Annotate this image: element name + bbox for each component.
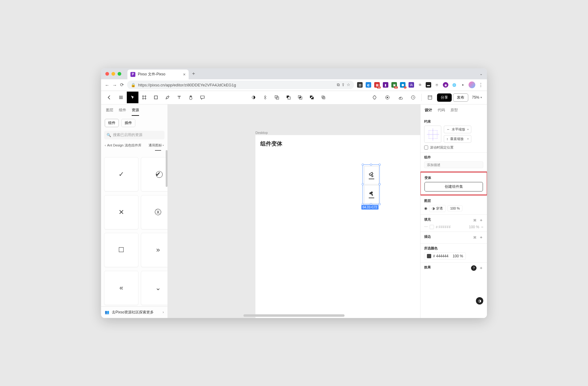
blend-mode-select[interactable]: ◑ 穿透 xyxy=(429,205,446,212)
back-button[interactable]: ← xyxy=(105,82,109,88)
extension-icon[interactable]: ▥ xyxy=(357,82,363,88)
asset-item-chevron-down[interactable]: ⌄ xyxy=(141,271,168,305)
extensions-menu-icon[interactable]: ✦ xyxy=(460,82,466,88)
play-icon[interactable] xyxy=(382,92,393,103)
subtab-plugins[interactable]: 插件 xyxy=(121,119,135,127)
maximize-window-button[interactable] xyxy=(118,72,121,76)
asset-item-check-circle[interactable]: ✔︎⃝ xyxy=(141,157,168,191)
plugins-icon[interactable] xyxy=(369,92,380,103)
extension-icon[interactable]: ◐ xyxy=(366,82,371,88)
visibility-icon[interactable]: ◉ xyxy=(424,206,427,210)
asset-item[interactable] xyxy=(104,150,138,154)
canvas[interactable]: Desktop 组件变体 xyxy=(168,104,420,318)
remove-fill-button[interactable]: − xyxy=(481,225,483,229)
tab-code[interactable]: 代码 xyxy=(438,108,445,114)
comment-tool[interactable] xyxy=(197,92,208,103)
asset-item-check[interactable]: ✓ xyxy=(104,157,138,191)
tab-layers[interactable]: 图层 xyxy=(106,108,113,116)
profile-avatar[interactable] xyxy=(469,81,475,88)
publish-button[interactable]: 发布 xyxy=(453,93,468,102)
minimize-window-button[interactable] xyxy=(111,72,115,76)
constraints-widget[interactable] xyxy=(424,126,441,143)
h-constraint-select[interactable]: ↔ 水平缩放 xyxy=(444,126,471,133)
add-effect-button[interactable]: ＋ xyxy=(479,265,483,271)
share-url-icon[interactable]: ⇪ xyxy=(341,82,345,87)
tab-components[interactable]: 组件 xyxy=(119,108,126,116)
library-name[interactable]: Ant Design 浅色组件库 xyxy=(107,143,147,148)
share-button[interactable]: 分享 xyxy=(437,93,452,102)
stroke-styles-icon[interactable]: ⌘ xyxy=(473,236,477,240)
forward-button[interactable]: → xyxy=(112,82,117,88)
fill-hex[interactable]: # FFFFFF xyxy=(436,225,467,229)
chevron-left-icon[interactable]: ‹ xyxy=(105,143,106,147)
tab-assets[interactable]: 资源 xyxy=(132,108,139,116)
mask-icon[interactable] xyxy=(248,92,259,103)
intersect-icon[interactable] xyxy=(294,92,306,103)
extension-icon[interactable]: ▣95 xyxy=(391,82,397,88)
help-icon[interactable]: ? xyxy=(471,265,477,271)
browser-tab[interactable]: P Pixso 文件-Pixso × xyxy=(127,70,189,79)
close-tab-button[interactable]: × xyxy=(183,72,186,77)
move-tool[interactable] xyxy=(127,92,138,103)
reload-button[interactable]: ⟳ xyxy=(120,82,124,88)
asset-item[interactable] xyxy=(141,150,168,154)
frame-tool[interactable] xyxy=(138,92,150,103)
asset-item-close-circle[interactable]: ⓧ xyxy=(141,195,168,229)
pen-tool[interactable] xyxy=(162,92,173,103)
subtab-components[interactable]: 组件 xyxy=(105,119,119,127)
selected-color-chip[interactable]: # 444444 100 % xyxy=(424,252,466,260)
asset-scrollbar[interactable] xyxy=(166,150,168,187)
layer-opacity-input[interactable]: 100 % xyxy=(447,205,462,211)
extension-icon[interactable]: ▮ xyxy=(383,82,388,88)
community-link[interactable]: 👥 去Pixso资源社区探索更多 › xyxy=(101,306,168,318)
chrome-icon[interactable]: 🌐 xyxy=(451,82,457,88)
extension-icon[interactable]: ⬢0 xyxy=(400,82,405,88)
new-tab-button[interactable]: ＋ xyxy=(191,70,196,77)
frame[interactable]: 组件变体 xyxy=(255,135,420,318)
asset-search[interactable]: 🔍 搜索已启用的资源 xyxy=(104,131,164,139)
component-icon[interactable] xyxy=(259,92,271,103)
tabs-overflow-button[interactable]: ⌄ xyxy=(480,72,483,76)
add-stroke-button[interactable]: ＋ xyxy=(479,235,483,240)
extension-icon[interactable]: ▦18 xyxy=(374,82,380,88)
url-field[interactable]: 🔒 https://pixso.cn/app/editor/zi80DDEYe2… xyxy=(127,81,354,89)
fix-scroll-checkbox[interactable]: 滚动时固定位置 xyxy=(424,145,483,150)
fill-styles-icon[interactable]: ⌘ xyxy=(473,218,477,222)
extension-icon[interactable]: ⛨ xyxy=(434,82,440,88)
asset-item-double-right[interactable]: » xyxy=(141,233,168,267)
create-component-set-button[interactable]: 创建组件集 xyxy=(424,182,483,191)
hidden-icon[interactable]: 〰 xyxy=(424,225,428,229)
extension-icon[interactable]: ⧉ xyxy=(417,82,423,88)
add-fill-button[interactable]: ＋ xyxy=(479,218,483,223)
open-new-icon[interactable]: ⧉ xyxy=(337,82,340,87)
component-description-input[interactable] xyxy=(424,161,483,168)
shape-tool[interactable] xyxy=(150,92,162,103)
subtract-icon[interactable] xyxy=(283,92,294,103)
frame-label[interactable]: Desktop xyxy=(255,131,268,134)
asset-item-close[interactable]: ✕ xyxy=(104,195,138,229)
theme-toggle[interactable]: ◑ xyxy=(476,297,483,305)
selected-component-a[interactable] xyxy=(364,166,379,184)
bookmark-icon[interactable]: ☆ xyxy=(347,82,350,87)
canvas-h-scrollbar[interactable] xyxy=(243,314,345,317)
tab-design[interactable]: 设计 xyxy=(425,108,432,114)
fill-opacity[interactable]: 100 % xyxy=(469,225,479,229)
back-icon[interactable] xyxy=(104,92,115,103)
text-tool[interactable] xyxy=(173,92,185,103)
v-constraint-select[interactable]: ↕ 垂直缩放 xyxy=(444,135,471,143)
union-icon[interactable] xyxy=(271,92,283,103)
asset-item-double-left[interactable]: « xyxy=(104,271,138,305)
tab-prototype[interactable]: 原型 xyxy=(450,108,458,114)
layout-icon[interactable] xyxy=(424,92,436,103)
extension-icon[interactable]: IA xyxy=(409,82,414,88)
history-icon[interactable] xyxy=(407,92,419,103)
exclude-icon[interactable] xyxy=(306,92,318,103)
zoom-level[interactable]: 75% xyxy=(469,95,484,100)
selection-box[interactable] xyxy=(363,165,380,204)
extension-icon[interactable]: ◉ xyxy=(443,82,448,88)
extension-icon[interactable]: ▬ xyxy=(426,82,431,88)
close-window-button[interactable] xyxy=(105,72,109,76)
fill-swatch[interactable] xyxy=(430,225,434,229)
asset-item-inbox[interactable]: ☐ xyxy=(104,233,138,267)
category-name[interactable]: 通用图标 ▾ xyxy=(149,143,164,148)
